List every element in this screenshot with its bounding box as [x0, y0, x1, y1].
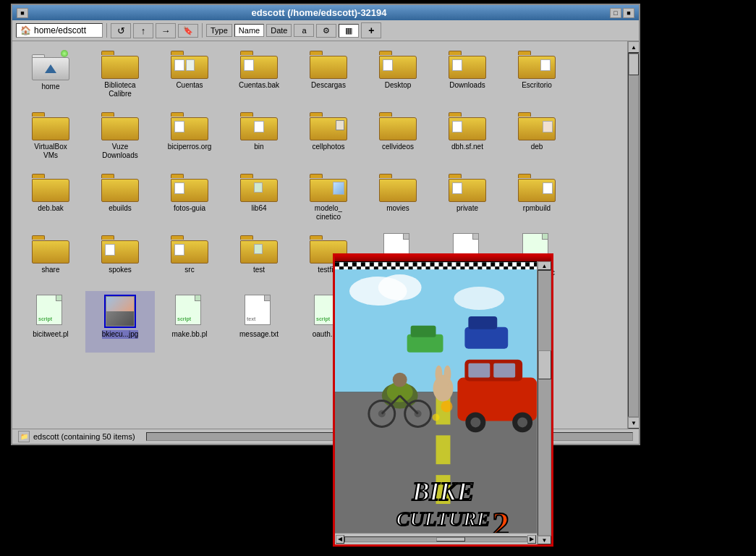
close-button[interactable]: ■: [17, 8, 28, 18]
file-label: dbh.sf.net: [451, 143, 483, 151]
toolbar-separator-2: [202, 23, 203, 38]
file-item-biciperros[interactable]: biciperros.org: [155, 106, 224, 168]
file-item-cellphotos[interactable]: cellphotos: [294, 106, 363, 168]
file-item-ebuilds[interactable]: ebuilds: [85, 168, 155, 229]
file-item-modelo[interactable]: modelo_cinetico: [294, 168, 363, 229]
file-item-descargas[interactable]: Descargas: [294, 45, 363, 106]
vertical-scrollbar[interactable]: ▲ ▼: [627, 41, 639, 429]
file-label: src: [184, 266, 194, 274]
file-item-bin[interactable]: bin: [224, 106, 294, 168]
img-vertical-scrollbar[interactable]: ▲ ▼: [537, 261, 551, 544]
img-scroll-up-button[interactable]: ▲: [538, 261, 551, 270]
location-bar[interactable]: 🏠 home/edscott: [16, 23, 103, 38]
file-item-virtualbox[interactable]: VirtualBoxVMs: [16, 106, 85, 168]
file-item-cellvideos[interactable]: cellvideos: [363, 106, 433, 168]
file-item-bkiecu[interactable]: bkiecu...jpg: [85, 291, 155, 353]
file-item-src[interactable]: src: [155, 229, 224, 291]
type-button[interactable]: Type: [206, 24, 232, 37]
img-scroll-track-h[interactable]: [344, 536, 527, 542]
file-label: make.bb.pl: [172, 330, 208, 339]
file-label: Cuentas: [176, 81, 203, 90]
scroll-down-button[interactable]: ▼: [628, 417, 639, 429]
status-icon: 📁: [18, 431, 30, 442]
img-scroll-down-button[interactable]: ▼: [538, 536, 551, 544]
az-button[interactable]: a: [294, 24, 314, 37]
img-scroll-left-button[interactable]: ◀: [336, 535, 344, 544]
file-label: deb: [531, 143, 543, 151]
file-item-dbh[interactable]: dbh.sf.net: [433, 106, 502, 168]
svg-rect-6: [436, 435, 451, 464]
file-item-deb[interactable]: deb: [502, 106, 572, 168]
file-label: test: [253, 266, 265, 274]
svg-rect-14: [468, 363, 490, 378]
file-item-share[interactable]: share: [16, 229, 85, 291]
svg-rect-38: [335, 262, 537, 269]
view-button[interactable]: ▦: [339, 24, 359, 38]
file-label: cellvideos: [382, 143, 414, 151]
file-label: private: [456, 204, 478, 213]
svg-point-3: [454, 287, 504, 310]
file-item-cuentas[interactable]: Cuentas: [155, 45, 224, 106]
file-label: bin: [254, 143, 263, 151]
file-item-fotos-guia[interactable]: fotos-guia: [155, 168, 224, 229]
file-item-downloads[interactable]: Downloads: [433, 45, 502, 106]
file-item-make-bb[interactable]: script make.bb.pl: [155, 291, 224, 353]
svg-point-43: [433, 413, 440, 421]
file-label: biciperros.org: [168, 143, 212, 151]
file-label: modelo_cinetico: [315, 204, 342, 222]
img-scroll-right-button[interactable]: ▶: [527, 535, 536, 544]
svg-rect-9: [468, 316, 497, 329]
file-item-private[interactable]: private: [433, 168, 502, 229]
forward-button[interactable]: →: [156, 23, 176, 38]
bookmark-button[interactable]: 🔖: [178, 24, 198, 38]
file-item-deb-bak[interactable]: deb.bak: [16, 168, 85, 229]
maximize-button[interactable]: ■: [623, 8, 634, 18]
svg-point-22: [393, 373, 407, 387]
minimize-button[interactable]: □: [610, 8, 621, 18]
add-button[interactable]: +: [361, 22, 381, 38]
svg-point-32: [437, 375, 450, 388]
file-label: ebuilds: [109, 204, 132, 213]
file-item-bicitweet[interactable]: script bicitweet.pl: [16, 291, 85, 353]
file-label: bicitweet.pl: [33, 330, 68, 339]
toolbar: 🏠 home/edscott ↺ ↑ → 🔖 Type Name Date a …: [12, 20, 639, 41]
scroll-up-button[interactable]: ▲: [628, 41, 639, 53]
file-item-home[interactable]: home: [16, 45, 85, 106]
file-item-lib64[interactable]: lib64: [224, 168, 294, 229]
file-label: message.txt: [239, 330, 279, 339]
image-viewer-content: BIKE CULTURE 2 ◀ ▶ ▲ ▼: [335, 261, 551, 544]
file-item-desktop[interactable]: Desktop: [363, 45, 433, 106]
name-button[interactable]: Name: [234, 24, 264, 37]
file-label: lib64: [251, 204, 266, 213]
image-viewer: BIKE CULTURE 2 ◀ ▶ ▲ ▼: [333, 253, 553, 547]
file-item-rpmbuild[interactable]: rpmbuild: [502, 168, 572, 229]
file-label: share: [41, 266, 59, 274]
titlebar-buttons: □ ■: [610, 8, 634, 18]
settings-button[interactable]: ⚙: [316, 24, 336, 38]
file-item-spokes[interactable]: spokes: [85, 229, 155, 291]
file-item-test[interactable]: test: [224, 229, 294, 291]
status-text: edscott (containing 50 items): [33, 432, 135, 441]
scroll-track[interactable]: [628, 53, 639, 417]
file-item-message-txt[interactable]: text message.txt: [224, 291, 294, 353]
file-label: bkiecu...jpg: [102, 330, 139, 339]
file-item-escritorio[interactable]: Escritorio: [502, 45, 572, 106]
image-viewer-titlebar: [335, 256, 551, 261]
img-scroll-track-v[interactable]: [538, 270, 551, 536]
svg-point-17: [470, 417, 480, 427]
svg-text:CULTURE: CULTURE: [396, 507, 490, 530]
reload-button[interactable]: ↺: [111, 23, 131, 38]
date-button[interactable]: Date: [266, 24, 292, 37]
scroll-thumb[interactable]: [629, 54, 639, 75]
img-scroll-thumb-v[interactable]: [538, 350, 551, 379]
file-item-vuze[interactable]: VuzeDownloads: [85, 106, 155, 168]
file-label: VuzeDownloads: [102, 143, 137, 160]
file-label: movies: [386, 204, 409, 213]
img-scroll-thumb-h[interactable]: [436, 537, 465, 542]
file-item-biblioteca[interactable]: BibliotecaCalibre: [85, 45, 155, 106]
up-button[interactable]: ↑: [133, 23, 153, 38]
file-item-cuentas-bak[interactable]: Cuentas.bak: [224, 45, 294, 106]
file-label: Desktop: [385, 81, 412, 90]
file-label: Cuentas.bak: [239, 81, 279, 90]
file-item-movies[interactable]: movies: [363, 168, 433, 229]
